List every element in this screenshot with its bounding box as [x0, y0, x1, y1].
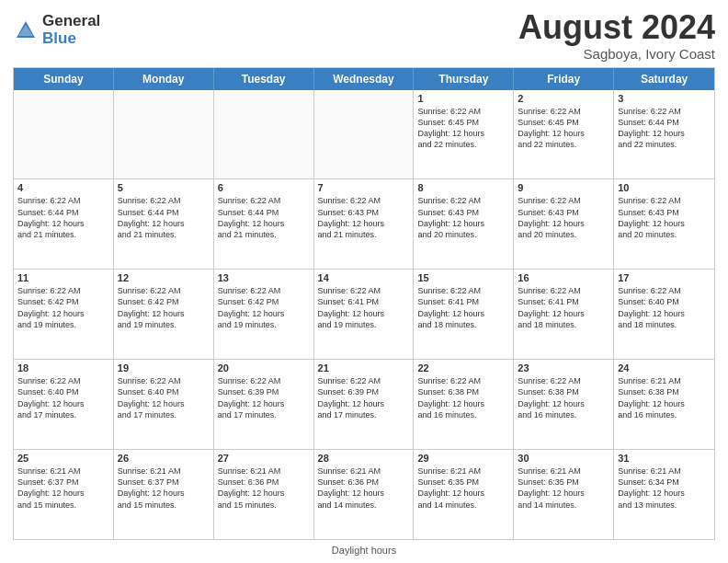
header-day-wednesday: Wednesday: [314, 68, 415, 90]
header-day-friday: Friday: [514, 68, 614, 90]
day-number: 20: [218, 362, 310, 373]
header-day-sunday: Sunday: [14, 68, 114, 90]
day-cell-16: 16Sunrise: 6:22 AM Sunset: 6:41 PM Dayli…: [514, 270, 614, 359]
day-cell-22: 22Sunrise: 6:22 AM Sunset: 6:38 PM Dayli…: [414, 360, 514, 449]
day-cell-21: 21Sunrise: 6:22 AM Sunset: 6:39 PM Dayli…: [314, 360, 415, 449]
logo-text: General Blue: [42, 13, 100, 47]
day-cell-14: 14Sunrise: 6:22 AM Sunset: 6:41 PM Dayli…: [314, 270, 415, 359]
day-cell-29: 29Sunrise: 6:21 AM Sunset: 6:35 PM Dayli…: [414, 450, 514, 539]
day-info: Sunrise: 6:22 AM Sunset: 6:39 PM Dayligh…: [218, 375, 310, 420]
title-month: August 2024: [518, 9, 715, 46]
day-cell-18: 18Sunrise: 6:22 AM Sunset: 6:40 PM Dayli…: [14, 360, 114, 449]
empty-cell-0-1: [114, 90, 214, 179]
day-number: 6: [218, 182, 310, 193]
calendar-row-3: 18Sunrise: 6:22 AM Sunset: 6:40 PM Dayli…: [14, 359, 714, 449]
calendar-row-4: 25Sunrise: 6:21 AM Sunset: 6:37 PM Dayli…: [14, 449, 714, 539]
day-number: 21: [318, 362, 410, 373]
day-info: Sunrise: 6:21 AM Sunset: 6:37 PM Dayligh…: [17, 465, 109, 511]
day-number: 18: [17, 362, 109, 373]
day-number: 30: [518, 453, 609, 464]
day-info: Sunrise: 6:21 AM Sunset: 6:35 PM Dayligh…: [417, 465, 509, 511]
day-info: Sunrise: 6:22 AM Sunset: 6:38 PM Dayligh…: [518, 375, 609, 420]
calendar-header: SundayMondayTuesdayWednesdayThursdayFrid…: [14, 68, 714, 90]
title-location: Sagboya, Ivory Coast: [518, 46, 715, 62]
day-number: 8: [417, 182, 509, 193]
day-info: Sunrise: 6:22 AM Sunset: 6:44 PM Dayligh…: [618, 106, 711, 151]
day-cell-12: 12Sunrise: 6:22 AM Sunset: 6:42 PM Dayli…: [114, 270, 214, 359]
day-number: 2: [518, 93, 609, 104]
logo-general: General: [42, 13, 100, 30]
day-cell-10: 10Sunrise: 6:22 AM Sunset: 6:43 PM Dayli…: [614, 179, 714, 269]
calendar-row-2: 11Sunrise: 6:22 AM Sunset: 6:42 PM Dayli…: [14, 269, 714, 359]
empty-cell-0-2: [214, 90, 314, 179]
day-info: Sunrise: 6:21 AM Sunset: 6:37 PM Dayligh…: [118, 465, 210, 511]
day-cell-5: 5Sunrise: 6:22 AM Sunset: 6:44 PM Daylig…: [114, 179, 214, 269]
day-number: 13: [218, 272, 310, 283]
day-cell-31: 31Sunrise: 6:21 AM Sunset: 6:34 PM Dayli…: [614, 450, 714, 539]
day-info: Sunrise: 6:22 AM Sunset: 6:38 PM Dayligh…: [417, 375, 509, 420]
day-info: Sunrise: 6:21 AM Sunset: 6:35 PM Dayligh…: [518, 465, 609, 511]
day-number: 27: [218, 453, 310, 464]
header-day-thursday: Thursday: [414, 68, 514, 90]
day-cell-13: 13Sunrise: 6:22 AM Sunset: 6:42 PM Dayli…: [214, 270, 314, 359]
calendar: SundayMondayTuesdayWednesdayThursdayFrid…: [13, 67, 715, 540]
day-info: Sunrise: 6:22 AM Sunset: 6:42 PM Dayligh…: [218, 285, 310, 330]
day-number: 22: [417, 362, 509, 373]
day-cell-4: 4Sunrise: 6:22 AM Sunset: 6:44 PM Daylig…: [14, 179, 114, 269]
day-number: 25: [17, 453, 109, 464]
day-info: Sunrise: 6:21 AM Sunset: 6:34 PM Dayligh…: [618, 465, 711, 511]
day-cell-19: 19Sunrise: 6:22 AM Sunset: 6:40 PM Dayli…: [114, 360, 214, 449]
day-cell-26: 26Sunrise: 6:21 AM Sunset: 6:37 PM Dayli…: [114, 450, 214, 539]
day-number: 31: [618, 453, 711, 464]
day-cell-17: 17Sunrise: 6:22 AM Sunset: 6:40 PM Dayli…: [614, 270, 714, 359]
day-info: Sunrise: 6:22 AM Sunset: 6:40 PM Dayligh…: [618, 285, 711, 330]
empty-cell-0-0: [14, 90, 114, 179]
day-info: Sunrise: 6:22 AM Sunset: 6:44 PM Dayligh…: [218, 195, 310, 240]
day-cell-15: 15Sunrise: 6:22 AM Sunset: 6:41 PM Dayli…: [414, 270, 514, 359]
day-cell-6: 6Sunrise: 6:22 AM Sunset: 6:44 PM Daylig…: [214, 179, 314, 269]
day-number: 28: [318, 453, 410, 464]
day-number: 9: [518, 182, 609, 193]
day-info: Sunrise: 6:22 AM Sunset: 6:40 PM Dayligh…: [118, 375, 210, 420]
footer: Daylight hours: [13, 545, 715, 556]
day-number: 23: [518, 362, 609, 373]
day-number: 5: [118, 182, 210, 193]
logo-icon: [13, 17, 39, 43]
day-cell-23: 23Sunrise: 6:22 AM Sunset: 6:38 PM Dayli…: [514, 360, 614, 449]
day-cell-20: 20Sunrise: 6:22 AM Sunset: 6:39 PM Dayli…: [214, 360, 314, 449]
day-info: Sunrise: 6:22 AM Sunset: 6:45 PM Dayligh…: [417, 106, 509, 151]
day-number: 29: [417, 453, 509, 464]
day-cell-11: 11Sunrise: 6:22 AM Sunset: 6:42 PM Dayli…: [14, 270, 114, 359]
svg-marker-1: [18, 25, 33, 36]
day-cell-1: 1Sunrise: 6:22 AM Sunset: 6:45 PM Daylig…: [414, 90, 514, 179]
day-info: Sunrise: 6:21 AM Sunset: 6:38 PM Dayligh…: [618, 375, 711, 420]
day-number: 15: [417, 272, 509, 283]
day-cell-24: 24Sunrise: 6:21 AM Sunset: 6:38 PM Dayli…: [614, 360, 714, 449]
day-number: 10: [618, 182, 711, 193]
day-number: 11: [17, 272, 109, 283]
logo: General Blue: [13, 13, 100, 47]
day-number: 3: [618, 93, 711, 104]
day-info: Sunrise: 6:21 AM Sunset: 6:36 PM Dayligh…: [318, 465, 410, 511]
day-number: 19: [118, 362, 210, 373]
day-cell-9: 9Sunrise: 6:22 AM Sunset: 6:43 PM Daylig…: [514, 179, 614, 269]
day-cell-27: 27Sunrise: 6:21 AM Sunset: 6:36 PM Dayli…: [214, 450, 314, 539]
day-number: 16: [518, 272, 609, 283]
header-day-saturday: Saturday: [614, 68, 714, 90]
day-cell-25: 25Sunrise: 6:21 AM Sunset: 6:37 PM Dayli…: [14, 450, 114, 539]
header-day-monday: Monday: [114, 68, 214, 90]
day-number: 1: [417, 93, 509, 104]
day-info: Sunrise: 6:22 AM Sunset: 6:43 PM Dayligh…: [318, 195, 410, 240]
day-number: 14: [318, 272, 410, 283]
header: General Blue August 2024 Sagboya, Ivory …: [13, 9, 715, 62]
day-info: Sunrise: 6:22 AM Sunset: 6:44 PM Dayligh…: [17, 195, 109, 240]
day-info: Sunrise: 6:21 AM Sunset: 6:36 PM Dayligh…: [218, 465, 310, 511]
page: General Blue August 2024 Sagboya, Ivory …: [0, 0, 728, 563]
day-cell-8: 8Sunrise: 6:22 AM Sunset: 6:43 PM Daylig…: [414, 179, 514, 269]
day-info: Sunrise: 6:22 AM Sunset: 6:41 PM Dayligh…: [417, 285, 509, 330]
day-info: Sunrise: 6:22 AM Sunset: 6:42 PM Dayligh…: [17, 285, 109, 330]
day-cell-30: 30Sunrise: 6:21 AM Sunset: 6:35 PM Dayli…: [514, 450, 614, 539]
day-number: 24: [618, 362, 711, 373]
header-day-tuesday: Tuesday: [214, 68, 314, 90]
title-block: August 2024 Sagboya, Ivory Coast: [518, 9, 715, 62]
